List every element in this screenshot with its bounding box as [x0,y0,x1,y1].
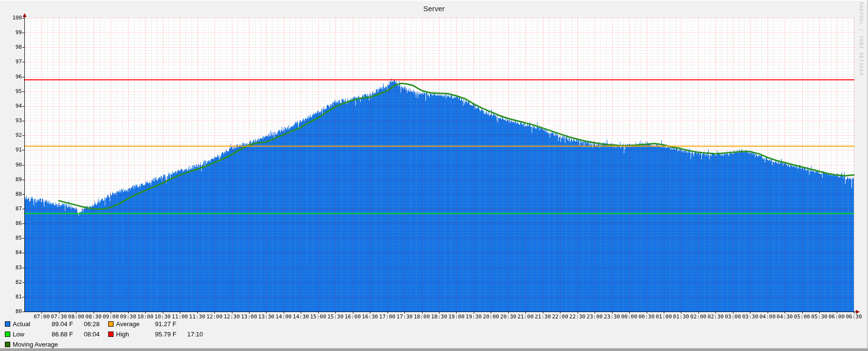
legend-entry-actual: Actual 89.04 F 06:28 [5,320,100,328]
legend-time: 17:10 [176,331,203,338]
moving-average-swatch [5,342,10,347]
y-axis-label: 94 [0,103,22,109]
window-top-edge [0,0,868,1]
y-axis-label: 87 [0,206,22,212]
legend-time: 06:28 [73,320,100,328]
y-axis-label: 92 [0,132,22,138]
actual-swatch [5,321,10,327]
legend-label: Actual [13,320,45,328]
y-axis-label: 82 [0,279,22,285]
y-axis-label: 97 [0,59,22,65]
y-axis-label: 96 [0,74,22,80]
legend-time: 08:04 [73,331,100,338]
y-axis-label: 95 [0,89,22,94]
legend-label: High [116,331,148,338]
chart-title: Server [0,4,868,13]
legend-value: 95.79 F [148,331,176,338]
y-axis-label: 99 [0,30,22,36]
window-bottom-edge [0,348,868,351]
legend-entry-high: High 95.79 F 17:10 [108,331,203,338]
legend-entry-low: Low 86.68 F 08:04 [5,331,100,338]
average-swatch [108,321,114,327]
legend-value: 89.04 F [45,320,73,328]
y-axis-label: 100 [0,15,22,21]
y-axis-label: 88 [0,191,22,197]
chart-canvas [0,0,868,351]
y-axis-label: 89 [0,177,22,183]
rrdtool-watermark: RRDTOOL / TOBI OETIKER [859,2,864,76]
y-axis-label: 98 [0,44,22,50]
y-axis-label: 86 [0,221,22,226]
legend-value: 91.27 F [148,320,176,328]
y-axis-label: 84 [0,250,22,256]
y-axis-label: 81 [0,294,22,300]
y-axis-label: 80 [0,309,22,314]
legend-label: Low [13,331,45,338]
high-swatch [108,332,114,337]
legend-label: Average [116,320,148,328]
low-swatch [5,332,10,337]
legend-entry-average: Average 91.27 F [108,320,176,328]
legend-value: 86.68 F [45,331,73,338]
rrdtool-graph-page: Server RRDTOOL / TOBI OETIKER 8081828384… [0,0,868,351]
y-axis-label: 83 [0,265,22,271]
y-axis-label: 90 [0,162,22,168]
y-axis-label: 91 [0,147,22,153]
y-axis-label: 85 [0,235,22,241]
legend-entry-moving-average: Moving Average [5,341,58,348]
legend-label: Moving Average [13,341,58,348]
x-axis-label: 06:30 [843,314,865,320]
y-axis-label: 93 [0,118,22,124]
